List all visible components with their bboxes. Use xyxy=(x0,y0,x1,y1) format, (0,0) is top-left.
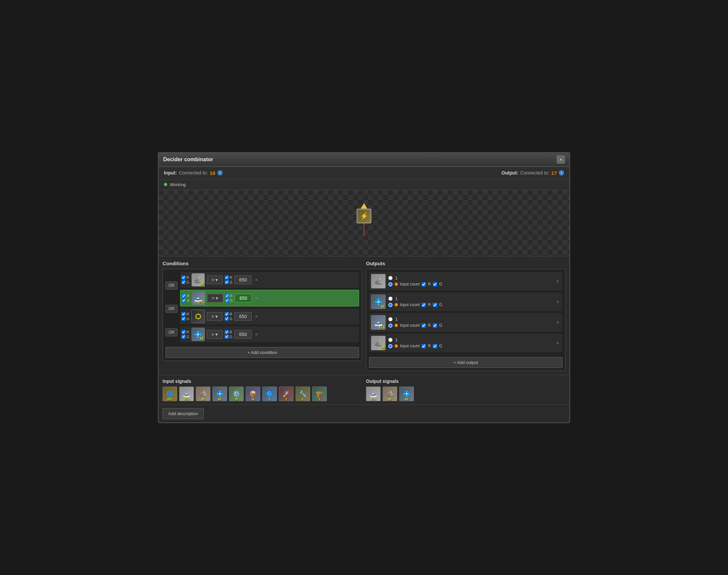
output-info-icon[interactable]: i xyxy=(559,170,564,175)
output-cb-r-3[interactable] xyxy=(422,324,426,328)
output-cb-g-4[interactable] xyxy=(433,344,437,348)
item-badge-2: 674 xyxy=(198,301,204,304)
output-detail-3: 1 Input count R G xyxy=(388,317,553,328)
cb-r-1b[interactable] xyxy=(225,275,229,279)
cb-group-2b: R G xyxy=(225,294,233,302)
item-icon-4[interactable]: 💠 66 xyxy=(192,328,205,341)
operator-btn-1[interactable]: > ▾ xyxy=(207,275,223,284)
cb-g-3[interactable] xyxy=(181,317,186,321)
input-signals-section: Input signals 🌀 800 🗻 674 🪨 98 💠 66 xyxy=(163,379,362,401)
cb-r-2[interactable] xyxy=(182,294,186,298)
radio-1-value[interactable] xyxy=(388,276,393,280)
input-label: Input: xyxy=(164,170,177,175)
cb-r-3b[interactable] xyxy=(225,312,229,316)
item-badge-4: 66 xyxy=(200,337,203,340)
add-description-button[interactable]: Add description xyxy=(163,408,204,419)
or-button-2[interactable]: OR xyxy=(166,305,177,313)
output-radio-row-1: 1 xyxy=(388,275,553,280)
cb-group-2: R G xyxy=(182,294,190,302)
cb-r-4b[interactable] xyxy=(225,330,229,334)
status-bar: Working xyxy=(159,179,569,190)
cb-r-2b[interactable] xyxy=(225,294,229,298)
cb-r-1[interactable] xyxy=(181,275,186,279)
remove-btn-2[interactable]: × xyxy=(254,295,259,301)
cb-g-4[interactable] xyxy=(181,335,186,339)
signal-badge-box: 16 xyxy=(246,398,260,401)
output-signal-item-1: 🗻 674 xyxy=(366,386,380,401)
cb-g-2b[interactable] xyxy=(225,299,229,302)
output-cb-r-4[interactable] xyxy=(422,344,426,348)
condition-row-highlighted: R G 🗻 674 > ▾ R G xyxy=(180,290,359,306)
bottom-bar: Add description xyxy=(159,405,569,422)
outputs-title: Outputs xyxy=(366,261,565,266)
close-button[interactable]: × xyxy=(557,156,565,164)
radio-4-value[interactable] xyxy=(388,338,393,342)
radio-2-inputcount[interactable] xyxy=(388,303,393,307)
conditions-title: Conditions xyxy=(163,261,362,266)
io-bar: Input: Connected to: 16 i Output: Connec… xyxy=(159,167,569,179)
or-button-1[interactable]: OR xyxy=(166,281,177,290)
radio-3-inputcount[interactable] xyxy=(388,324,393,328)
output-remove-4[interactable]: × xyxy=(555,340,560,346)
output-signal-item-3: 💠 66 xyxy=(399,386,414,401)
output-signals-section: Output signals 🗻 674 🪨 98 💠 66 xyxy=(366,379,565,401)
output-count: 17 xyxy=(551,170,557,176)
output-icon-3[interactable]: 🗻 674 xyxy=(371,315,386,330)
item-badge-1: 98 xyxy=(200,282,203,286)
orange-dot-4 xyxy=(395,344,398,348)
cb-g-1[interactable] xyxy=(181,280,186,284)
signal-item: 🚀 2 xyxy=(279,386,294,401)
add-output-button[interactable]: + Add output xyxy=(369,357,562,368)
remove-btn-3[interactable]: × xyxy=(254,313,259,320)
cb-r-row: R xyxy=(181,275,190,279)
conditions-wrapper: OR OR OR R G xyxy=(166,272,359,344)
conditions-panel: Conditions OR OR OR R xyxy=(163,261,362,371)
cb-r-4[interactable] xyxy=(181,330,186,334)
output-cb-r-1[interactable] xyxy=(422,282,426,286)
input-count-label-4: Input count xyxy=(400,344,420,348)
remove-btn-4[interactable]: × xyxy=(254,331,259,338)
item-icon-1[interactable]: 🪨 98 xyxy=(192,273,205,286)
cb-r-label: R xyxy=(187,275,189,279)
decider-combinator-window: Decider combinator × Input: Connected to… xyxy=(158,152,570,423)
output-cb-g-2[interactable] xyxy=(433,303,437,307)
operator-btn-3[interactable]: > ▾ xyxy=(207,312,223,321)
input-signals-title: Input signals xyxy=(163,379,362,384)
remove-btn-1[interactable]: × xyxy=(254,276,259,283)
output-connected-label: Connected to: xyxy=(520,170,549,175)
signals-bottom: Input signals 🌀 800 🗻 674 🪨 98 💠 66 xyxy=(159,375,569,405)
output-remove-1[interactable]: × xyxy=(555,278,560,284)
signal-badge-blue: 2 xyxy=(262,398,277,401)
operator-btn-4[interactable]: > ▾ xyxy=(207,330,223,339)
cb-g-3b[interactable] xyxy=(225,317,229,321)
or-buttons-col: OR OR OR xyxy=(166,272,177,344)
cb-g-2[interactable] xyxy=(182,299,186,302)
output-icon-2[interactable]: 💠 66 xyxy=(371,295,386,309)
operator-btn-2[interactable]: > ▾ xyxy=(207,294,223,302)
output-cb-g-1[interactable] xyxy=(433,282,437,286)
input-count-row-1: Input count R G xyxy=(388,282,553,286)
output-signals-title: Output signals xyxy=(366,379,565,384)
combinator-icon: ⚡ xyxy=(357,209,371,223)
signal-badge-iron: 98 xyxy=(196,398,210,401)
signal-item: 📦 16 xyxy=(246,386,260,401)
or-button-3[interactable]: OR xyxy=(166,328,177,336)
output-icon-1[interactable]: 🪨 xyxy=(371,274,386,289)
output-remove-3[interactable]: × xyxy=(555,319,560,326)
output-signal-item-2: 🪨 98 xyxy=(383,386,397,401)
cb-g-4b[interactable] xyxy=(225,335,229,339)
item-icon-2[interactable]: 🗻 674 xyxy=(192,292,205,305)
radio-2-value[interactable] xyxy=(388,297,393,301)
radio-3-value[interactable] xyxy=(388,317,393,322)
output-cb-g-3[interactable] xyxy=(433,324,437,328)
cb-g-1b[interactable] xyxy=(225,280,229,284)
add-condition-button[interactable]: + Add condition xyxy=(166,347,359,358)
output-icon-4[interactable]: 🪨 98 xyxy=(371,336,386,350)
input-info-icon[interactable]: i xyxy=(218,170,223,175)
output-remove-2[interactable]: × xyxy=(555,299,560,305)
output-cb-r-2[interactable] xyxy=(422,303,426,307)
item-icon-3[interactable]: ⬡ xyxy=(192,310,205,323)
radio-1-inputcount[interactable] xyxy=(388,282,393,286)
radio-4-inputcount[interactable] xyxy=(388,344,393,348)
cb-r-3[interactable] xyxy=(181,312,186,316)
